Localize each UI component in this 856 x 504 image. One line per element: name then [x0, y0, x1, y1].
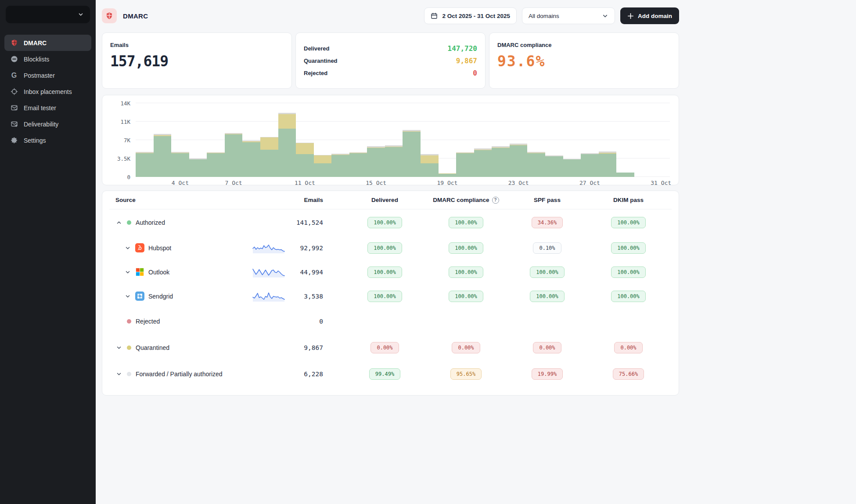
emails-value: 0: [319, 318, 323, 325]
col-emails: Emails: [245, 197, 344, 203]
domain-filter-select[interactable]: All domains: [522, 7, 615, 24]
dkim-badge: 100.00%: [611, 266, 646, 278]
domain-filter-value: All domains: [529, 13, 559, 19]
col-spf: SPF pass: [507, 197, 588, 203]
spf-badge: 34.36%: [532, 217, 563, 228]
dkim-badge: 100.00%: [611, 291, 646, 302]
sidebar-item-email-tester[interactable]: Email tester: [4, 100, 91, 116]
emails-value: 3,538: [304, 293, 323, 300]
chart-bar: [314, 103, 332, 177]
date-range-label: 2 Oct 2025 - 31 Oct 2025: [442, 13, 510, 19]
table-row-hubspot[interactable]: Hubspot 92,992 100.00% 100.00% 0.10% 100…: [109, 236, 672, 260]
sidebar-item-settings[interactable]: Settings: [4, 132, 91, 148]
chart-bar: [474, 103, 492, 177]
dmarc-badge: 100.00%: [449, 217, 483, 228]
col-dkim: DKIM pass: [588, 197, 669, 203]
table-row-authorized[interactable]: Authorized 141,524 100.00% 100.00% 34.36…: [109, 209, 672, 236]
chart-bars: [136, 103, 670, 177]
chart-bar: [367, 103, 385, 177]
spf-badge: 0.00%: [533, 342, 561, 353]
chart-bar-segment: [314, 155, 332, 163]
sidebar-item-label: Blocklists: [24, 56, 49, 63]
spf-badge: 0.10%: [533, 242, 561, 254]
chart-bar: [331, 103, 349, 177]
chart-bar: [207, 103, 225, 177]
chart-bar-segment: [136, 153, 154, 177]
chart-bar: [599, 103, 617, 177]
table-row-forwarded[interactable]: Forwarded / Partially authorized 6,228 9…: [109, 361, 672, 387]
sidebar-item-deliverability[interactable]: Deliverability: [4, 116, 91, 132]
emails-sparkline: [252, 290, 285, 302]
envelope-check-icon: [10, 104, 18, 112]
table-row-outlook[interactable]: Outlook 44,994 100.00% 100.00% 100.00% 1…: [109, 260, 672, 284]
rejected-value: 0: [473, 69, 477, 77]
source-label: Authorized: [136, 219, 165, 226]
dkim-badge: 100.00%: [611, 242, 646, 254]
chart-bar-segment: [207, 153, 225, 177]
workspace-selector[interactable]: [6, 6, 90, 23]
chart-bar-segment: [581, 154, 599, 177]
chart-bar: [563, 103, 581, 177]
chart-bar: [456, 103, 474, 177]
chart-bar-segment: [225, 134, 243, 177]
source-label: Sendgrid: [148, 293, 173, 300]
date-range-picker[interactable]: 2 Oct 2025 - 31 Oct 2025: [424, 7, 517, 24]
quarantined-label: Quarantined: [304, 58, 338, 64]
chart-y-tick-label: 11K: [120, 119, 130, 125]
table-row-sendgrid[interactable]: Sendgrid 3,538 100.00% 100.00% 100.00% 1…: [109, 284, 672, 308]
emails-stat-card: Emails 157,619: [102, 32, 292, 89]
help-icon[interactable]: ?: [492, 197, 499, 204]
emails-value: 92,992: [300, 245, 323, 252]
delivered-label: Delivered: [304, 45, 330, 52]
emails-stat-label: Emails: [110, 42, 284, 48]
chart-x-tick-label: 19 Oct: [437, 180, 457, 186]
spf-badge: 100.00%: [530, 266, 565, 278]
add-domain-button[interactable]: Add domain: [620, 7, 679, 24]
chevron-down-icon[interactable]: [115, 371, 122, 378]
table-row-quarantined[interactable]: Quarantined 9,867 0.00% 0.00% 0.00% 0.00…: [109, 335, 672, 361]
delivered-badge: 99.49%: [369, 368, 400, 380]
main-content: DMARC 2 Oct 2025 - 31 Oct 2025 All domai…: [96, 0, 856, 504]
compliance-label: DMARC compliance: [497, 42, 671, 48]
chart-bar-segment: [278, 129, 296, 177]
chart-x-tick-label: 4 Oct: [172, 180, 189, 186]
chart-bar-segment: [154, 136, 172, 177]
chart-bar: [154, 103, 172, 177]
chevron-down-icon[interactable]: [124, 293, 131, 300]
emails-value: 44,994: [300, 269, 323, 276]
chart-x-tick-label: 7 Oct: [225, 180, 242, 186]
envelope-arrow-icon: [10, 120, 18, 128]
sidebar-item-dmarc[interactable]: DMARC: [4, 35, 91, 51]
chevron-down-icon[interactable]: [115, 344, 122, 351]
chart-bar: [403, 103, 421, 177]
delivery-breakdown-card: Delivered 147,720 Quarantined 9,867 Reje…: [295, 32, 486, 89]
chart-bar-segment: [171, 153, 189, 177]
chevron-up-icon[interactable]: [115, 219, 122, 226]
table-row-rejected[interactable]: Rejected 0: [109, 308, 672, 335]
calendar-icon: [431, 12, 438, 19]
dkim-badge: 0.00%: [614, 342, 642, 353]
sendgrid-icon: [135, 292, 144, 301]
chevron-down-icon[interactable]: [124, 269, 131, 276]
chart-x-tick-label: 27 Oct: [579, 180, 600, 186]
sidebar-item-postmaster[interactable]: G Postmaster: [4, 67, 91, 83]
chart-bar-segment: [439, 174, 457, 177]
source-label: Forwarded / Partially authorized: [136, 371, 223, 378]
chart-bar-segment: [421, 155, 439, 163]
sidebar-item-label: Email tester: [24, 104, 56, 112]
dmarc-shield-icon: [102, 8, 117, 23]
spf-badge: 100.00%: [530, 291, 565, 302]
chart-y-tick-label: 0: [127, 174, 130, 180]
chart-bar: [189, 103, 207, 177]
chart-y-tick-label: 14K: [120, 100, 130, 107]
chart-bar-segment: [421, 163, 439, 177]
sidebar-item-inbox-placements[interactable]: Inbox placements: [4, 83, 91, 100]
sidebar-item-blocklists[interactable]: Blocklists: [4, 51, 91, 67]
sidebar-item-label: Settings: [24, 137, 46, 144]
chart-bar-segment: [456, 153, 474, 177]
chart-bar-segment: [331, 155, 349, 177]
delivered-badge: 100.00%: [367, 242, 402, 254]
chart-bar: [385, 103, 403, 177]
chart-x-tick-label: 23 Oct: [508, 180, 529, 186]
chevron-down-icon[interactable]: [124, 245, 131, 252]
